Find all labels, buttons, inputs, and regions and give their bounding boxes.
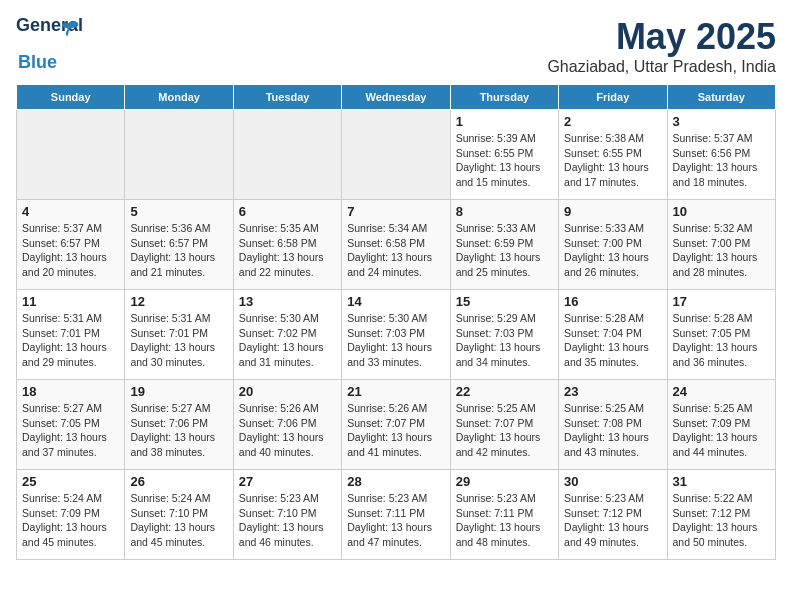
- calendar-cell: 31Sunrise: 5:22 AMSunset: 7:12 PMDayligh…: [667, 470, 775, 560]
- title-area: May 2025 Ghaziabad, Uttar Pradesh, India: [547, 16, 776, 76]
- cell-info: Sunset: 7:08 PM: [564, 416, 661, 431]
- calendar-cell: 23Sunrise: 5:25 AMSunset: 7:08 PMDayligh…: [559, 380, 667, 470]
- calendar-cell: [17, 110, 125, 200]
- day-number: 8: [456, 204, 553, 219]
- cell-info: Sunset: 7:02 PM: [239, 326, 336, 341]
- cell-info: Sunrise: 5:23 AM: [564, 491, 661, 506]
- cell-info: Sunrise: 5:37 AM: [673, 131, 770, 146]
- header-row: SundayMondayTuesdayWednesdayThursdayFrid…: [17, 85, 776, 110]
- cell-info: Sunrise: 5:30 AM: [347, 311, 444, 326]
- cell-info: Daylight: 13 hours and 28 minutes.: [673, 250, 770, 279]
- calendar-cell: 12Sunrise: 5:31 AMSunset: 7:01 PMDayligh…: [125, 290, 233, 380]
- day-number: 13: [239, 294, 336, 309]
- calendar-cell: 3Sunrise: 5:37 AMSunset: 6:56 PMDaylight…: [667, 110, 775, 200]
- cell-info: Sunrise: 5:25 AM: [673, 401, 770, 416]
- calendar-cell: [233, 110, 341, 200]
- day-number: 21: [347, 384, 444, 399]
- cell-info: Sunrise: 5:26 AM: [239, 401, 336, 416]
- calendar-cell: 8Sunrise: 5:33 AMSunset: 6:59 PMDaylight…: [450, 200, 558, 290]
- cell-info: Sunset: 6:57 PM: [22, 236, 119, 251]
- cell-info: Sunrise: 5:33 AM: [564, 221, 661, 236]
- calendar-cell: 7Sunrise: 5:34 AMSunset: 6:58 PMDaylight…: [342, 200, 450, 290]
- cell-info: Sunrise: 5:28 AM: [564, 311, 661, 326]
- cell-info: Sunrise: 5:23 AM: [347, 491, 444, 506]
- calendar-cell: 5Sunrise: 5:36 AMSunset: 6:57 PMDaylight…: [125, 200, 233, 290]
- cell-info: Daylight: 13 hours and 49 minutes.: [564, 520, 661, 549]
- cell-info: Daylight: 13 hours and 30 minutes.: [130, 340, 227, 369]
- cell-info: Sunset: 7:11 PM: [347, 506, 444, 521]
- calendar-cell: 14Sunrise: 5:30 AMSunset: 7:03 PMDayligh…: [342, 290, 450, 380]
- cell-info: Daylight: 13 hours and 29 minutes.: [22, 340, 119, 369]
- cell-info: Sunrise: 5:23 AM: [239, 491, 336, 506]
- cell-info: Sunset: 6:58 PM: [239, 236, 336, 251]
- cell-info: Daylight: 13 hours and 44 minutes.: [673, 430, 770, 459]
- week-row-2: 4Sunrise: 5:37 AMSunset: 6:57 PMDaylight…: [17, 200, 776, 290]
- day-number: 5: [130, 204, 227, 219]
- day-number: 16: [564, 294, 661, 309]
- cell-info: Sunrise: 5:25 AM: [564, 401, 661, 416]
- cell-info: Sunset: 7:07 PM: [347, 416, 444, 431]
- logo: General Blue: [16, 16, 64, 73]
- cell-info: Sunrise: 5:32 AM: [673, 221, 770, 236]
- cell-info: Sunrise: 5:30 AM: [239, 311, 336, 326]
- header-friday: Friday: [559, 85, 667, 110]
- header: General Blue May 2025 Ghaziabad, Uttar P…: [16, 16, 776, 76]
- cell-info: Sunrise: 5:35 AM: [239, 221, 336, 236]
- week-row-3: 11Sunrise: 5:31 AMSunset: 7:01 PMDayligh…: [17, 290, 776, 380]
- cell-info: Sunrise: 5:33 AM: [456, 221, 553, 236]
- calendar-cell: 21Sunrise: 5:26 AMSunset: 7:07 PMDayligh…: [342, 380, 450, 470]
- day-number: 23: [564, 384, 661, 399]
- cell-info: Daylight: 13 hours and 41 minutes.: [347, 430, 444, 459]
- cell-info: Sunrise: 5:29 AM: [456, 311, 553, 326]
- cell-info: Sunrise: 5:24 AM: [130, 491, 227, 506]
- cell-info: Sunset: 7:04 PM: [564, 326, 661, 341]
- cell-info: Sunset: 7:03 PM: [347, 326, 444, 341]
- cell-info: Daylight: 13 hours and 42 minutes.: [456, 430, 553, 459]
- calendar-cell: 17Sunrise: 5:28 AMSunset: 7:05 PMDayligh…: [667, 290, 775, 380]
- day-number: 18: [22, 384, 119, 399]
- day-number: 27: [239, 474, 336, 489]
- calendar-cell: 22Sunrise: 5:25 AMSunset: 7:07 PMDayligh…: [450, 380, 558, 470]
- cell-info: Daylight: 13 hours and 34 minutes.: [456, 340, 553, 369]
- cell-info: Sunset: 6:55 PM: [564, 146, 661, 161]
- day-number: 26: [130, 474, 227, 489]
- cell-info: Daylight: 13 hours and 18 minutes.: [673, 160, 770, 189]
- day-number: 31: [673, 474, 770, 489]
- header-saturday: Saturday: [667, 85, 775, 110]
- subtitle: Ghaziabad, Uttar Pradesh, India: [547, 58, 776, 76]
- cell-info: Daylight: 13 hours and 48 minutes.: [456, 520, 553, 549]
- calendar-cell: 24Sunrise: 5:25 AMSunset: 7:09 PMDayligh…: [667, 380, 775, 470]
- calendar-cell: 30Sunrise: 5:23 AMSunset: 7:12 PMDayligh…: [559, 470, 667, 560]
- cell-info: Sunset: 7:10 PM: [130, 506, 227, 521]
- cell-info: Sunrise: 5:31 AM: [22, 311, 119, 326]
- cell-info: Sunset: 7:00 PM: [564, 236, 661, 251]
- day-number: 24: [673, 384, 770, 399]
- calendar-cell: 2Sunrise: 5:38 AMSunset: 6:55 PMDaylight…: [559, 110, 667, 200]
- header-tuesday: Tuesday: [233, 85, 341, 110]
- day-number: 14: [347, 294, 444, 309]
- cell-info: Sunset: 7:09 PM: [673, 416, 770, 431]
- day-number: 30: [564, 474, 661, 489]
- week-row-5: 25Sunrise: 5:24 AMSunset: 7:09 PMDayligh…: [17, 470, 776, 560]
- cell-info: Sunrise: 5:27 AM: [22, 401, 119, 416]
- cell-info: Daylight: 13 hours and 31 minutes.: [239, 340, 336, 369]
- cell-info: Daylight: 13 hours and 24 minutes.: [347, 250, 444, 279]
- cell-info: Sunset: 7:12 PM: [673, 506, 770, 521]
- cell-info: Sunset: 7:06 PM: [239, 416, 336, 431]
- cell-info: Sunrise: 5:25 AM: [456, 401, 553, 416]
- cell-info: Daylight: 13 hours and 47 minutes.: [347, 520, 444, 549]
- cell-info: Sunset: 6:58 PM: [347, 236, 444, 251]
- cell-info: Sunset: 6:55 PM: [456, 146, 553, 161]
- cell-info: Sunset: 7:05 PM: [22, 416, 119, 431]
- calendar-cell: 10Sunrise: 5:32 AMSunset: 7:00 PMDayligh…: [667, 200, 775, 290]
- cell-info: Daylight: 13 hours and 38 minutes.: [130, 430, 227, 459]
- calendar-cell: 19Sunrise: 5:27 AMSunset: 7:06 PMDayligh…: [125, 380, 233, 470]
- cell-info: Sunset: 7:03 PM: [456, 326, 553, 341]
- cell-info: Sunset: 6:57 PM: [130, 236, 227, 251]
- day-number: 19: [130, 384, 227, 399]
- cell-info: Daylight: 13 hours and 45 minutes.: [130, 520, 227, 549]
- calendar-cell: 15Sunrise: 5:29 AMSunset: 7:03 PMDayligh…: [450, 290, 558, 380]
- cell-info: Sunrise: 5:39 AM: [456, 131, 553, 146]
- cell-info: Daylight: 13 hours and 20 minutes.: [22, 250, 119, 279]
- cell-info: Sunrise: 5:38 AM: [564, 131, 661, 146]
